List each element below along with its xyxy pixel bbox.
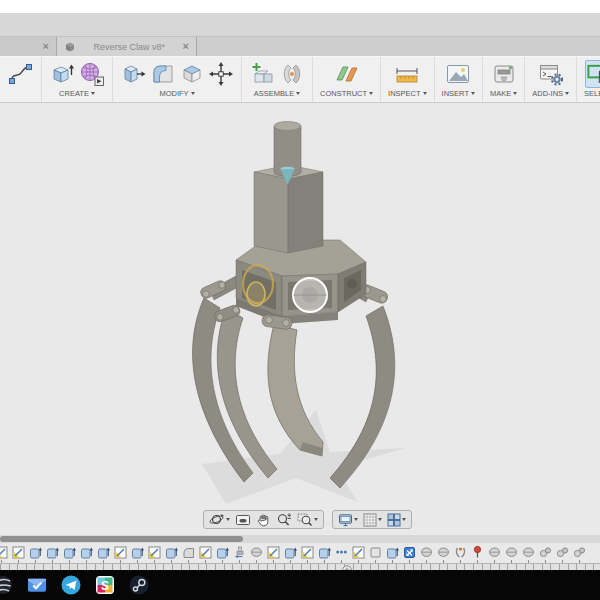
design-history-timeline xyxy=(0,543,599,563)
timeline-feature-extrude-icon[interactable] xyxy=(386,545,399,559)
timeline-feature-joint-icon[interactable] xyxy=(522,545,535,559)
chamfer-icon[interactable] xyxy=(178,60,205,88)
globe-app-icon[interactable] xyxy=(0,575,13,595)
chevron-down-icon[interactable] xyxy=(402,518,406,521)
spline-icon[interactable] xyxy=(7,60,34,88)
timeline-feature-sketch-icon[interactable] xyxy=(114,545,127,559)
toolbar-group-inspect: INSPECT xyxy=(381,57,435,102)
toolbar-group-construct: CONSTRUCT xyxy=(313,57,381,102)
display-settings-icon[interactable] xyxy=(337,513,359,527)
insert-image-icon[interactable] xyxy=(445,60,472,88)
toolbar-group-assemble: ASSEMBLE xyxy=(242,57,313,102)
document-tab-title: Reverse Claw v8* xyxy=(81,42,178,52)
extrude-icon[interactable] xyxy=(49,60,76,88)
chevron-down-icon[interactable] xyxy=(314,518,318,521)
timeline-feature-joint-icon[interactable] xyxy=(420,545,433,559)
toolbar-group-label-select: SELECT xyxy=(584,89,600,98)
chevron-down-icon[interactable] xyxy=(226,518,230,521)
timeline-feature-motion-link-icon[interactable] xyxy=(573,545,586,559)
timeline-feature-extrude-icon[interactable] xyxy=(97,545,110,559)
print-icon[interactable] xyxy=(490,60,517,88)
document-tab-background[interactable]: × xyxy=(0,37,57,56)
timeline-feature-joint-icon[interactable] xyxy=(250,545,263,559)
timeline-feature-motion-link-icon[interactable] xyxy=(556,545,569,559)
claw-model-3d[interactable] xyxy=(170,112,420,532)
joint-icon[interactable] xyxy=(278,60,305,88)
timeline-feature-joint-icon[interactable] xyxy=(488,545,501,559)
timeline-feature-component-icon[interactable] xyxy=(403,545,416,559)
timeline-feature-joint-icon[interactable] xyxy=(505,545,518,559)
document-tab-active[interactable]: Reverse Claw v8* × xyxy=(57,37,197,56)
measure-icon[interactable] xyxy=(394,60,421,88)
timeline-feature-pin-icon[interactable] xyxy=(471,545,484,559)
toolbar-group-select: SELECT xyxy=(577,57,600,102)
telegram-app-icon[interactable] xyxy=(61,575,81,595)
press-pull-icon[interactable] xyxy=(120,60,147,88)
timeline-feature-sketch-icon[interactable] xyxy=(12,545,25,559)
view-navigation-bar xyxy=(203,510,412,529)
close-tab-icon[interactable]: × xyxy=(43,41,49,52)
timeline-feature-as-built-joint-icon[interactable] xyxy=(454,545,467,559)
grid-settings-icon[interactable] xyxy=(362,513,383,527)
toolbar-group-add-ins: ADD-INS xyxy=(525,57,577,102)
zoom-icon[interactable] xyxy=(275,512,293,527)
timeline-feature-extrude-icon[interactable] xyxy=(80,545,93,559)
nav-group-1 xyxy=(203,510,324,529)
steam-app-icon[interactable] xyxy=(129,575,149,595)
timeline-feature-extrude-icon[interactable] xyxy=(29,545,42,559)
nav-group-2 xyxy=(332,510,412,529)
timeline-feature-pattern-icon[interactable] xyxy=(335,545,348,559)
slack-app-icon[interactable]: S xyxy=(95,575,115,595)
chevron-down-icon[interactable] xyxy=(354,518,358,521)
toolbar-group-modify: MODIFY xyxy=(113,57,242,102)
pan-icon[interactable] xyxy=(255,512,272,527)
mail-app-icon[interactable] xyxy=(27,575,47,595)
model-viewport[interactable] xyxy=(0,104,600,535)
toolbar-group-label-construct[interactable]: CONSTRUCT xyxy=(320,89,373,98)
window-zoom-icon[interactable] xyxy=(296,512,319,527)
timeline-feature-sketch-icon[interactable] xyxy=(352,545,365,559)
construction-plane-icon[interactable] xyxy=(333,60,360,88)
toolbar-group-label-create[interactable]: CREATE xyxy=(59,89,95,98)
timeline-feature-extrude-icon[interactable] xyxy=(46,545,59,559)
look-at-icon[interactable] xyxy=(234,512,252,527)
toolbar-group-sketch xyxy=(0,57,42,102)
toolbar-group-label-insert[interactable]: INSERT xyxy=(442,89,475,98)
add-ins-icon[interactable] xyxy=(537,60,564,88)
timeline-scroll-track[interactable] xyxy=(0,535,600,543)
toolbar-group-label-add-ins[interactable]: ADD-INS xyxy=(532,89,569,98)
close-tab-icon[interactable]: × xyxy=(183,41,189,52)
chevron-down-icon[interactable] xyxy=(378,518,382,521)
toolbar-group-label-assemble[interactable]: ASSEMBLE xyxy=(254,89,300,98)
window-top-strip xyxy=(0,0,600,13)
timeline-feature-fillet-icon[interactable] xyxy=(182,545,195,559)
timeline-feature-extrude-icon[interactable] xyxy=(63,545,76,559)
timeline-feature-joint-origin-icon[interactable] xyxy=(233,545,246,559)
timeline-feature-sketch-icon[interactable] xyxy=(267,545,280,559)
ribbon-toolbar: CREATEMODIFYASSEMBLECONSTRUCTINSPECTINSE… xyxy=(0,57,600,103)
timeline-feature-joint-icon[interactable] xyxy=(437,545,450,559)
toolbar-group-label-modify[interactable]: MODIFY xyxy=(159,89,194,98)
timeline-feature-sketch-icon[interactable] xyxy=(301,545,314,559)
timeline-feature-extrude-icon[interactable] xyxy=(284,545,297,559)
move-icon[interactable] xyxy=(207,60,234,88)
timeline-feature-sketch-icon[interactable] xyxy=(0,545,8,559)
timeline-feature-box-icon[interactable] xyxy=(369,545,382,559)
toolbar-group-label-inspect[interactable]: INSPECT xyxy=(388,89,427,98)
form-icon[interactable] xyxy=(78,60,105,88)
timeline-feature-extrude-icon[interactable] xyxy=(318,545,331,559)
timeline-feature-extrude-icon[interactable] xyxy=(131,545,144,559)
timeline-feature-sketch-icon[interactable] xyxy=(148,545,161,559)
fillet-icon[interactable] xyxy=(149,60,176,88)
timeline-feature-extrude-icon[interactable] xyxy=(216,545,229,559)
timeline-feature-extrude-icon[interactable] xyxy=(165,545,178,559)
timeline-scrollbar-thumb[interactable] xyxy=(0,536,243,542)
new-component-icon[interactable] xyxy=(249,60,276,88)
timeline-feature-sketch-icon[interactable] xyxy=(199,545,212,559)
viewports-icon[interactable] xyxy=(386,513,407,527)
select-icon[interactable] xyxy=(585,60,600,88)
timeline-feature-motion-link-icon[interactable] xyxy=(539,545,552,559)
toolbar-group-label-make[interactable]: MAKE xyxy=(490,89,517,98)
document-cube-icon xyxy=(64,41,76,53)
orbit-icon[interactable] xyxy=(208,512,231,527)
